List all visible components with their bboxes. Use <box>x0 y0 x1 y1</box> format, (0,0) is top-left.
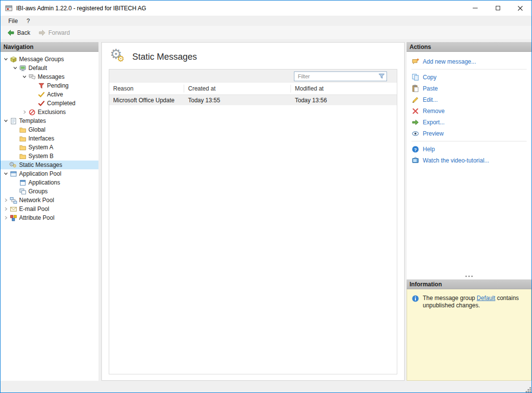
tree-item-network-pool[interactable]: Network Pool <box>0 196 98 205</box>
back-button[interactable]: Back <box>3 28 34 38</box>
action-label: Help <box>423 146 435 153</box>
menu-bar: File ? <box>0 16 532 26</box>
tree-item-applications[interactable]: Applications <box>0 178 98 187</box>
info-text-before: The message group <box>423 295 477 301</box>
action-help[interactable]: ? Help <box>407 143 532 155</box>
action-list: Add new message... Copy Paste Edit... <box>407 52 532 166</box>
forward-button[interactable]: Forward <box>34 28 74 38</box>
right-column: Actions Add new message... Copy Paste <box>407 42 532 381</box>
groups-icon <box>19 187 26 195</box>
action-copy[interactable]: Copy <box>407 71 532 83</box>
video-tutorial-icon <box>411 157 419 164</box>
attribute-pool-icon <box>9 214 17 222</box>
tree-item-pending[interactable]: Pending <box>0 81 98 90</box>
templates-icon <box>9 117 17 125</box>
menu-file[interactable]: File <box>4 17 22 25</box>
information-content: The message group Default contains unpub… <box>407 289 532 381</box>
tree-item-application-pool[interactable]: Application Pool <box>0 169 98 178</box>
chevron-expanded-icon[interactable] <box>2 171 9 176</box>
chevron-expanded-icon[interactable] <box>12 66 19 70</box>
tree-item-system-b[interactable]: System B <box>0 152 98 161</box>
action-add-new-message[interactable]: Add new message... <box>407 56 532 67</box>
tree-label: Attribute Pool <box>19 214 54 221</box>
cell-created-at: Today 13:55 <box>184 97 291 104</box>
action-remove[interactable]: Remove <box>407 105 532 116</box>
menu-help[interactable]: ? <box>22 17 34 25</box>
tree-label: Default <box>28 65 47 71</box>
tree-item-static-messages[interactable]: ⚙⚙ Static Messages <box>0 161 98 169</box>
action-paste[interactable]: Paste <box>407 83 532 94</box>
filter-field <box>294 71 387 81</box>
column-header-reason[interactable]: Reason <box>109 85 184 92</box>
messages-icon <box>28 73 36 81</box>
chevron-collapsed-icon[interactable] <box>2 207 9 211</box>
navigation-tree: Message Groups Default Messages Pending <box>0 52 98 381</box>
chevron-collapsed-icon[interactable] <box>2 198 9 203</box>
chevron-expanded-icon[interactable] <box>21 74 28 79</box>
information-header: Information <box>407 279 532 289</box>
tree-label: Pending <box>47 82 69 89</box>
tree-item-system-a[interactable]: System A <box>0 143 98 152</box>
tree-item-groups[interactable]: Groups <box>0 187 98 196</box>
main-content-panel: ⚙⚙ Static Messages Reason Created at Mod… <box>101 42 405 381</box>
action-export[interactable]: Export... <box>407 116 532 128</box>
paste-icon <box>411 85 419 92</box>
app-window: IBI-aws Admin 1.22.0 - registered for IB… <box>0 0 532 393</box>
minimize-icon <box>473 8 478 8</box>
tree-item-active[interactable]: Active <box>0 90 98 99</box>
tree-item-templates[interactable]: Templates <box>0 116 98 125</box>
filter-input[interactable] <box>294 71 387 81</box>
tree-item-global[interactable]: Global <box>0 125 98 134</box>
chevron-expanded-icon[interactable] <box>2 118 9 123</box>
panel-splitter-handle[interactable] <box>407 273 532 279</box>
folder-icon <box>19 143 26 151</box>
chevron-collapsed-icon[interactable] <box>21 110 28 115</box>
minimize-button[interactable] <box>464 0 486 16</box>
maximize-button[interactable] <box>486 0 509 16</box>
title-bar: IBI-aws Admin 1.22.0 - registered for IB… <box>0 0 532 16</box>
tree-item-completed[interactable]: Completed <box>0 99 98 108</box>
tree-item-messages[interactable]: Messages <box>0 72 98 81</box>
tree-label: Global <box>28 126 46 133</box>
tree-label: E-mail Pool <box>19 206 49 212</box>
folder-icon <box>19 126 26 134</box>
help-icon: ? <box>411 145 419 153</box>
action-edit[interactable]: Edit... <box>407 94 532 105</box>
chevron-expanded-icon[interactable] <box>2 57 9 62</box>
window-controls <box>464 0 532 16</box>
tree-label: Applications <box>28 179 60 186</box>
tree-item-interfaces[interactable]: Interfaces <box>0 134 98 143</box>
tree-item-exclusions[interactable]: Exclusions <box>0 108 98 116</box>
splitter-dots-icon <box>468 276 470 277</box>
tree-item-message-groups[interactable]: Message Groups <box>0 55 98 64</box>
static-messages-page-icon: ⚙⚙ <box>110 48 127 65</box>
tree-item-attribute-pool[interactable]: Attribute Pool <box>0 213 98 222</box>
filter-funnel-icon[interactable] <box>378 72 386 80</box>
default-group-link[interactable]: Default <box>477 295 495 301</box>
column-header-created-at[interactable]: Created at <box>184 85 291 92</box>
action-label: Preview <box>423 130 444 137</box>
action-preview[interactable]: Preview <box>407 128 532 139</box>
forward-label: Forward <box>48 29 70 36</box>
resize-grip[interactable] <box>528 389 529 391</box>
action-watch-video-tutorial[interactable]: Watch the video-tutorial... <box>407 155 532 166</box>
tree-item-default[interactable]: Default <box>0 64 98 72</box>
active-icon <box>37 91 45 98</box>
application-pool-icon <box>9 170 17 178</box>
actions-header: Actions <box>407 42 532 52</box>
svg-text:?: ? <box>414 146 417 152</box>
table-row[interactable]: Microsoft Office Update Today 13:55 Toda… <box>109 95 397 105</box>
cell-reason: Microsoft Office Update <box>109 97 184 104</box>
tree-item-email-pool[interactable]: E-mail Pool <box>0 205 98 213</box>
information-panel: Information The message group Default co… <box>407 279 532 381</box>
tree-label: Templates <box>19 117 46 124</box>
tree-label: Exclusions <box>38 109 66 116</box>
filter-band <box>109 69 397 83</box>
network-pool-icon <box>9 196 17 204</box>
toolbar: Back Forward <box>0 26 532 39</box>
column-header-modified-at[interactable]: Modified at <box>291 85 397 92</box>
tree-label: System B <box>28 153 53 160</box>
chevron-collapsed-icon[interactable] <box>2 215 9 220</box>
divider <box>411 141 527 141</box>
close-button[interactable] <box>509 0 532 16</box>
